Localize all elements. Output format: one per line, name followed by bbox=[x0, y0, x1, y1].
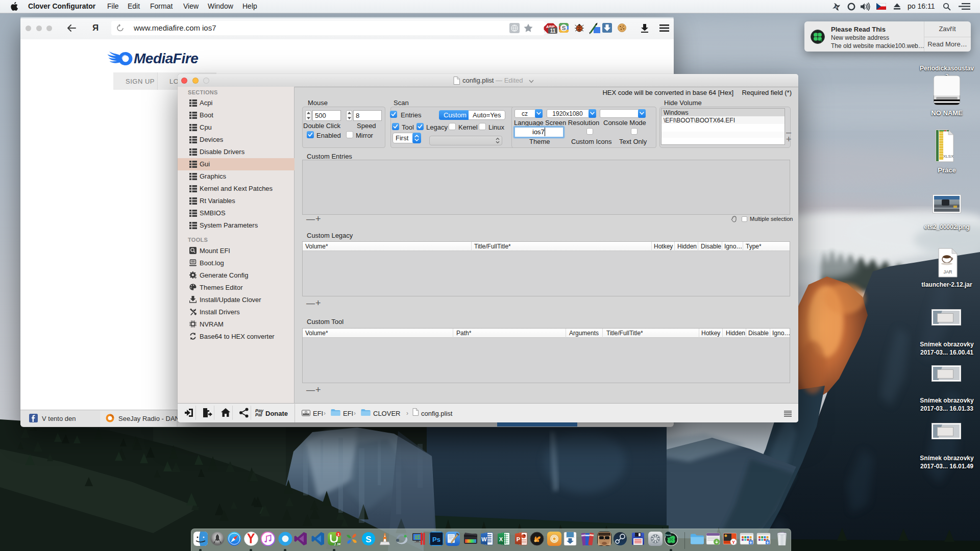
svg-text:Y: Y bbox=[732, 540, 735, 545]
svg-text:X: X bbox=[499, 536, 503, 542]
svg-text:11: 11 bbox=[550, 28, 556, 34]
svg-text:XLSX: XLSX bbox=[943, 154, 954, 159]
svg-text:Classic: Classic bbox=[665, 534, 672, 536]
svg-text:P: P bbox=[517, 536, 520, 542]
svg-text:JAR: JAR bbox=[943, 269, 952, 274]
svg-text:1: 1 bbox=[337, 532, 339, 537]
svg-text:W: W bbox=[481, 536, 487, 542]
svg-text:S: S bbox=[562, 25, 566, 31]
svg-text:Ps: Ps bbox=[432, 536, 440, 543]
svg-text:2.3K: 2.3K bbox=[334, 542, 341, 546]
svg-text:S: S bbox=[365, 535, 371, 544]
